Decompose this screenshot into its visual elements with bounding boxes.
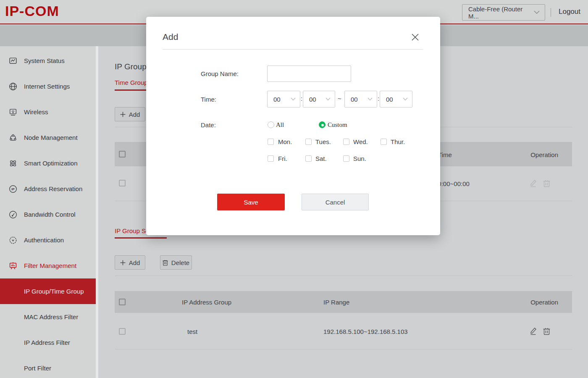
logout-button[interactable]: Logout (559, 8, 580, 16)
sidebar-item-label: Authentication (24, 236, 64, 244)
add-button-label: Add (129, 259, 140, 266)
ip-group-row-name: test (187, 328, 197, 335)
sidebar-item-smart-optimization[interactable]: Smart Optimization (0, 150, 96, 176)
checkbox-fri[interactable] (268, 155, 274, 162)
sidebar-subitem-label: Port Filter (24, 365, 51, 372)
column-header-ip-range: IP Range (323, 299, 349, 306)
time-label: Time: (201, 96, 216, 103)
select-value: 00 (309, 96, 316, 103)
filter-board-icon (8, 261, 18, 270)
sidebar-subitem-ip-group-time-group[interactable]: IP Group/Time Group (0, 278, 96, 304)
checkbox-mon-label[interactable]: Mon. (278, 138, 292, 145)
time-hour-end-select[interactable]: 00 (344, 91, 377, 108)
sidebar-item-node-management[interactable]: Node Management (0, 125, 96, 150)
close-icon[interactable] (410, 32, 420, 42)
edit-icon[interactable] (529, 327, 537, 335)
tab-time-group[interactable]: Time Group (115, 79, 148, 86)
ip-group-row-range: 192.168.5.100~192.168.5.103 (323, 328, 408, 335)
edit-icon[interactable] (529, 179, 537, 187)
row-checkbox[interactable] (119, 180, 126, 186)
time-separator: : (301, 95, 302, 102)
checkbox-wed-label[interactable]: Wed. (353, 138, 368, 145)
sidebar-item-internet-settings[interactable]: Internet Settings (0, 74, 96, 99)
column-header-ip-address-group: IP Address Group (182, 299, 231, 306)
checkbox-sat-label[interactable]: Sat. (315, 155, 327, 162)
sidebar-item-label: Address Reservation (24, 185, 82, 192)
delete-ip-group-button[interactable]: Delete (160, 255, 192, 270)
checkbox-tues-label[interactable]: Tues. (315, 138, 331, 145)
mode-selector-dropdown[interactable]: Cable-Free (Router M... (462, 4, 545, 21)
sidebar-subitem-port-filter[interactable]: Port Filter (0, 355, 96, 378)
group-name-input[interactable] (267, 66, 351, 82)
chevron-down-icon (326, 97, 331, 101)
add-time-group-button[interactable]: Add (115, 107, 145, 121)
wireless-icon (8, 108, 18, 117)
column-header-operation: Operation (517, 151, 558, 158)
checkbox-tues[interactable] (305, 139, 312, 145)
dialog-title: Add (163, 32, 178, 42)
row-checkbox[interactable] (119, 328, 126, 335)
atom-icon (8, 159, 18, 168)
svg-text:IP: IP (11, 187, 14, 191)
chevron-down-icon (403, 97, 408, 101)
checkbox-thur-label[interactable]: Thur. (391, 138, 405, 145)
page-title: IP Group (115, 62, 147, 71)
checkbox-fri-label[interactable]: Fri. (278, 155, 287, 162)
sidebar-subitem-label: IP Group/Time Group (24, 288, 84, 295)
sidebar-item-address-reservation[interactable]: IP Address Reservation (0, 176, 96, 202)
row-operations (529, 327, 550, 335)
system-status-icon (8, 56, 18, 66)
column-header-operation: Operation (517, 299, 558, 306)
row-divider (115, 349, 572, 349)
select-all-checkbox[interactable] (119, 299, 126, 305)
radio-custom[interactable] (319, 121, 326, 128)
plus-icon (120, 112, 126, 117)
sidebar-item-bandwidth-control[interactable]: Bandwidth Control (0, 202, 96, 227)
select-value: 00 (386, 96, 393, 103)
checkbox-sun-label[interactable]: Sun. (353, 155, 366, 162)
sidebar-subitem-label: IP Address Filter (24, 339, 70, 346)
trash-icon (163, 260, 168, 266)
date-label: Date: (201, 121, 216, 129)
sidebar-item-authentication[interactable]: Authentication (0, 227, 96, 253)
cancel-button[interactable]: Cancel (302, 194, 369, 210)
mode-selector-value: Cable-Free (Router M... (468, 5, 534, 20)
checkbox-thur[interactable] (381, 139, 387, 145)
select-all-checkbox[interactable] (119, 151, 126, 158)
sidebar-item-filter-management[interactable]: Filter Management (0, 253, 96, 278)
sidebar-item-label: Wireless (24, 108, 48, 116)
time-minute-end-select[interactable]: 00 (380, 91, 412, 108)
group-name-label: Group Name: (201, 70, 239, 77)
tab-ip-group-underline (115, 237, 167, 239)
radio-all-label[interactable]: All (276, 121, 284, 129)
checkbox-sun[interactable] (343, 155, 349, 162)
checkbox-sat[interactable] (305, 155, 312, 162)
checkbox-wed[interactable] (343, 139, 349, 145)
tab-ip-group[interactable]: IP Group Se (115, 227, 149, 234)
sidebar-edge-strip (96, 46, 98, 378)
add-ip-group-button[interactable]: Add (115, 255, 145, 270)
radio-custom-label[interactable]: Custom (328, 121, 347, 129)
sidebar-item-label: Bandwidth Control (24, 211, 76, 218)
ip-circle-icon: IP (8, 184, 18, 194)
sidebar-item-label: System Status (24, 57, 65, 64)
header-divider (551, 8, 551, 17)
time-separator: : (378, 95, 379, 102)
sidebar-item-wireless[interactable]: Wireless (0, 99, 96, 125)
section-divider (115, 276, 572, 276)
sidebar-subitem-ip-address-filter[interactable]: IP Address Filter (0, 330, 96, 355)
sidebar-item-label: Filter Management (24, 262, 76, 269)
delete-icon[interactable] (543, 327, 550, 335)
sidebar-subitem-mac-address-filter[interactable]: MAC Address Filter (0, 304, 96, 330)
time-minute-start-select[interactable]: 00 (303, 91, 335, 108)
node-management-icon (8, 133, 18, 142)
add-button-label: Add (129, 111, 140, 118)
delete-icon[interactable] (543, 179, 550, 187)
sidebar-subitem-label: MAC Address Filter (24, 313, 78, 320)
sidebar-item-system-status[interactable]: System Status (0, 48, 96, 74)
radio-all[interactable] (268, 121, 274, 128)
save-button[interactable]: Save (217, 194, 285, 210)
time-hour-start-select[interactable]: 00 (267, 91, 300, 108)
checkbox-mon[interactable] (268, 139, 274, 145)
select-value: 00 (351, 96, 358, 103)
